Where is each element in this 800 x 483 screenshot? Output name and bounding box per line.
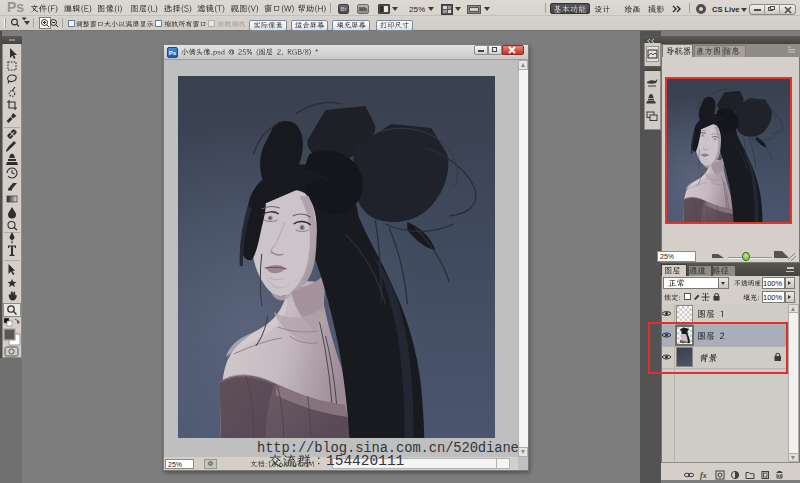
svg-text:fx: fx (700, 471, 707, 480)
